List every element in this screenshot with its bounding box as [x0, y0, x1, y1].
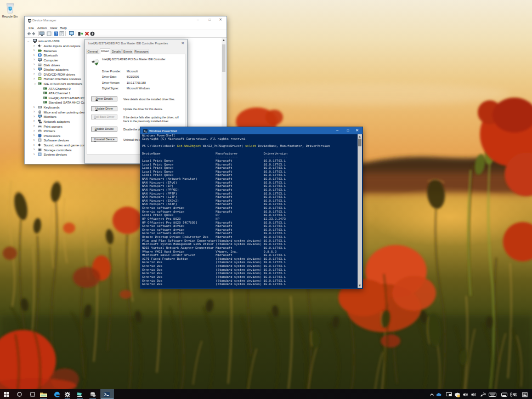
svg-text:?: ?: [55, 32, 58, 36]
